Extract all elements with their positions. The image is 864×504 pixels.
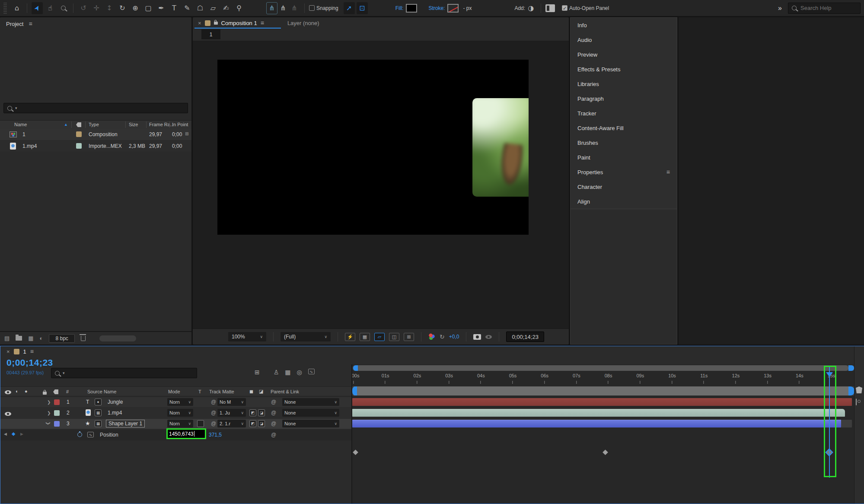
timeline-search-field[interactable]: ▾ [51,368,197,378]
timeline-track-area[interactable]: 0:00s 01s 02s 03s 04s 05s 06s 07s 08s 09… [351,364,855,504]
work-area-track[interactable] [352,386,854,396]
time-navigator-thumb[interactable] [353,365,848,371]
stroke-label[interactable]: Stroke: [428,5,445,11]
new-composition-icon[interactable]: ▦ [28,335,33,341]
column-t[interactable]: T [198,389,201,394]
bit-depth-button[interactable]: 8 bpc [49,334,74,343]
expander-icon-open[interactable]: ❯ [46,421,51,425]
trash-icon[interactable] [81,336,86,341]
keyframe-toggle-diamond[interactable]: ◆ [12,431,15,437]
snapshot-camera-icon[interactable] [473,334,481,340]
sidebar-item-paint[interactable]: Paint [571,150,677,165]
expander-icon[interactable]: ❯ [47,400,51,405]
world-axis-button[interactable]: ⋔ [277,2,289,14]
position-y-value[interactable]: 371,5 [209,432,222,438]
layer-color-swatch[interactable] [54,421,60,427]
invert-matte-icon[interactable]: ◪ [258,420,265,427]
pickwhip-icon[interactable]: @ [211,410,216,416]
dolly-tool-button[interactable]: ↕ [104,2,115,14]
project-search-input[interactable] [20,105,184,112]
type-tool-button[interactable]: T [169,2,180,14]
next-keyframe-arrow[interactable]: ▶ [20,432,23,436]
keyframe-diamond[interactable] [603,450,608,455]
timeline-search-input[interactable] [68,370,193,377]
column-track-matte[interactable]: Track Matte [209,389,234,394]
comp-marker-shield-icon[interactable] [856,386,862,393]
sidebar-item-character[interactable]: Character [571,179,677,195]
column-in-point[interactable]: In Point [172,122,188,127]
sidebar-item-properties[interactable]: Properties ≡ [571,165,677,180]
graph-editor-icon[interactable]: ∿ [308,369,315,374]
project-row-composition[interactable]: 1 Composition 29,97 0;00 ⊞ [0,129,191,140]
project-tab-label[interactable]: Project [6,21,23,27]
channel-rgb-icon[interactable] [428,333,435,340]
composition-frame[interactable] [217,60,529,235]
sidebar-item-libraries[interactable]: Libraries [571,77,677,92]
horizontal-scrollbar[interactable] [99,335,136,341]
sidebar-item-content-aware-fill[interactable]: Content-Aware Fill [571,121,677,136]
parent-dropdown[interactable]: None ∨ [282,398,339,406]
column-name[interactable]: Name [14,122,27,127]
current-timecode[interactable]: 0;00;14;23 [6,357,53,368]
motion-blur-icon[interactable]: ◎ [297,369,302,376]
layer-name[interactable]: 1.mp4 [108,410,122,416]
pickwhip-icon[interactable]: @ [211,421,216,427]
toolbar-overflow-button[interactable]: » [778,4,782,12]
comp-navigator-button[interactable]: 1 [201,29,220,39]
layer-row-1mp4[interactable]: ❯ 2 ▦ 1.mp4 Norn ∨ @ 1. Ju ∨ ◩ ◪ @ None … [0,408,351,418]
expander-icon[interactable]: ❯ [47,411,51,415]
roto-brush-tool-button[interactable]: ✍ [220,2,232,14]
layer-bar-shape[interactable] [352,420,841,427]
column-parent-link[interactable]: Parent & Link [271,389,299,394]
pen-tool-button[interactable]: ✒ [156,2,167,14]
puppet-pin-tool-button[interactable]: ⚲ [233,2,245,14]
hand-tool-button[interactable]: ☝ [45,2,56,14]
fast-preview-button[interactable]: ⚡ [345,333,355,341]
pixel-aspect-button[interactable]: ⊞ [404,333,414,341]
matte-toggle-icon[interactable]: ◩ [249,420,256,427]
sidebar-item-effects-presets[interactable]: Effects & Presets [571,62,677,77]
snapping-checkbox[interactable] [309,5,315,11]
composition-mini-flowchart-icon[interactable]: ⊞ [255,369,260,376]
navigator-start-handle[interactable] [353,365,358,371]
previous-keyframe-arrow[interactable]: ◀ [4,432,7,436]
layer-tab-label[interactable]: Layer (none) [287,20,319,26]
column-type[interactable]: Type [89,122,99,127]
layer-row-shape-layer-1[interactable]: ❯ 3 ★ ▦ Shape Layer 1 Norn ∨ @ 2. 1.r ∨ … [0,419,351,429]
blend-mode-dropdown[interactable]: Norn ∨ [167,409,193,417]
parent-dropdown[interactable]: None ∨ [282,409,339,417]
fill-label[interactable]: Fill: [395,5,404,11]
graph-include-icon[interactable]: ∿ [87,432,94,437]
eraser-tool-button[interactable]: ▱ [207,2,219,14]
auto-open-checkbox[interactable]: ✓ [562,5,567,11]
blend-mode-dropdown[interactable]: Norn ∨ [167,420,193,427]
view-axis-button[interactable]: ⋔ [289,2,300,14]
work-area-end-handle[interactable] [848,386,854,396]
close-icon[interactable]: × [6,348,10,355]
panel-menu-icon[interactable]: ≡ [30,348,34,355]
guides-button[interactable]: ◫ [389,333,399,341]
frame-blending-icon[interactable]: ▦ [285,369,290,376]
snap-whip-button[interactable]: ➚ [344,2,355,14]
tag-icon[interactable] [76,122,81,127]
orbit-tool-button[interactable]: ↺ [78,2,89,14]
comp-flowchart-icon[interactable] [856,399,857,405]
home-tool-button[interactable]: ⌂ [11,2,22,14]
layer-name[interactable]: Jungle [108,399,123,405]
track-matte-dropdown[interactable]: 1. Ju ∨ [217,409,246,417]
project-search-field[interactable]: ▾ [3,103,188,113]
panel-menu-icon[interactable]: ≡ [666,169,670,175]
property-label[interactable]: Position [100,432,118,438]
composition-tab-label[interactable]: Composition 1 [221,20,257,26]
property-pickwhip-icon[interactable]: @ [271,432,276,438]
column-source-name[interactable]: Source Name [87,389,116,394]
transparency-grid-button[interactable]: ▦ [360,333,370,341]
shape-tool-button[interactable]: ▢ [143,2,154,14]
local-axis-button[interactable]: ⋔ [266,2,277,14]
jungle-image-layer[interactable] [472,98,529,197]
stroke-width-value[interactable]: - px [463,5,472,11]
layer-row-jungle[interactable]: ❯ 1 T ● Jungle Norn ∨ @ No M ∨ @ None ∨ [0,397,351,407]
sidebar-item-align[interactable]: Align [571,194,677,209]
region-of-interest-button[interactable]: ▱ [374,333,385,341]
zoom-tool-button[interactable] [57,2,69,14]
